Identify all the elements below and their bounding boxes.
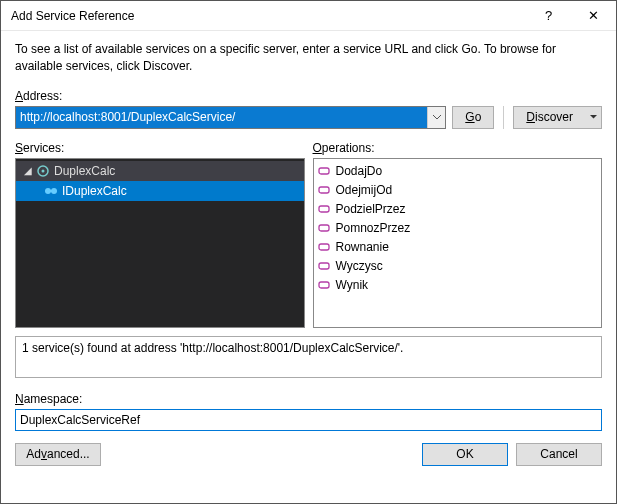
discover-dropdown-button[interactable] [585,106,602,129]
operation-label: PomnozPrzez [336,221,411,235]
svg-rect-4 [48,190,54,192]
tree-collapse-icon[interactable]: ◢ [22,165,34,176]
svg-rect-11 [319,282,329,288]
operation-icon [318,203,330,215]
address-input[interactable] [16,107,427,128]
address-label: Address: [15,89,602,103]
cancel-button[interactable]: Cancel [516,443,602,466]
svg-rect-5 [319,168,329,174]
tree-node-service[interactable]: ◢ DuplexCalc [16,161,304,181]
operation-icon [318,184,330,196]
close-button[interactable]: ✕ [571,1,616,30]
operation-label: PodzielPrzez [336,202,406,216]
svg-rect-9 [319,244,329,250]
operation-item[interactable]: Rownanie [318,238,598,257]
operation-label: Wynik [336,278,369,292]
advanced-button[interactable]: Advanced... [15,443,101,466]
operations-label: Operations: [313,141,603,155]
svg-rect-6 [319,187,329,193]
tree-node-contract[interactable]: IDuplexCalc [16,181,304,201]
address-combobox[interactable] [15,106,446,129]
help-button[interactable]: ? [526,1,571,30]
caret-down-icon [590,115,597,119]
operation-label: Wyczysc [336,259,383,273]
intro-text: To see a list of available services on a… [15,41,602,75]
operation-icon [318,279,330,291]
operation-label: DodajDo [336,164,383,178]
services-tree[interactable]: ◢ DuplexCalc IDuplexCalc [15,158,305,328]
operation-label: OdejmijOd [336,183,393,197]
contract-icon [44,185,58,197]
namespace-input[interactable] [15,409,602,431]
operation-icon [318,241,330,253]
status-text: 1 service(s) found at address 'http://lo… [22,341,403,355]
ok-button[interactable]: OK [422,443,508,466]
operation-item[interactable]: PomnozPrzez [318,219,598,238]
svg-rect-10 [319,263,329,269]
tree-node-label: IDuplexCalc [62,184,127,198]
svg-rect-7 [319,206,329,212]
go-button[interactable]: Go [452,106,494,129]
operation-item[interactable]: OdejmijOd [318,181,598,200]
tree-node-label: DuplexCalc [54,164,115,178]
services-label: Services: [15,141,305,155]
operation-label: Rownanie [336,240,389,254]
svg-rect-8 [319,225,329,231]
operation-item[interactable]: PodzielPrzez [318,200,598,219]
operation-item[interactable]: Wyczysc [318,257,598,276]
namespace-label: Namespace: [15,392,602,406]
operation-item[interactable]: DodajDo [318,162,598,181]
window-title: Add Service Reference [11,9,526,23]
operation-icon [318,165,330,177]
service-icon [36,164,50,178]
operation-item[interactable]: Wynik [318,276,598,295]
discover-button[interactable]: Discover [513,106,585,129]
chevron-down-icon [433,115,441,120]
title-bar: Add Service Reference ? ✕ [1,1,616,31]
separator [503,106,504,129]
address-dropdown-button[interactable] [427,107,445,128]
svg-point-1 [42,169,45,172]
status-box: 1 service(s) found at address 'http://lo… [15,336,602,378]
operation-icon [318,260,330,272]
operations-list[interactable]: DodajDoOdejmijOdPodzielPrzezPomnozPrzezR… [313,158,603,328]
operation-icon [318,222,330,234]
